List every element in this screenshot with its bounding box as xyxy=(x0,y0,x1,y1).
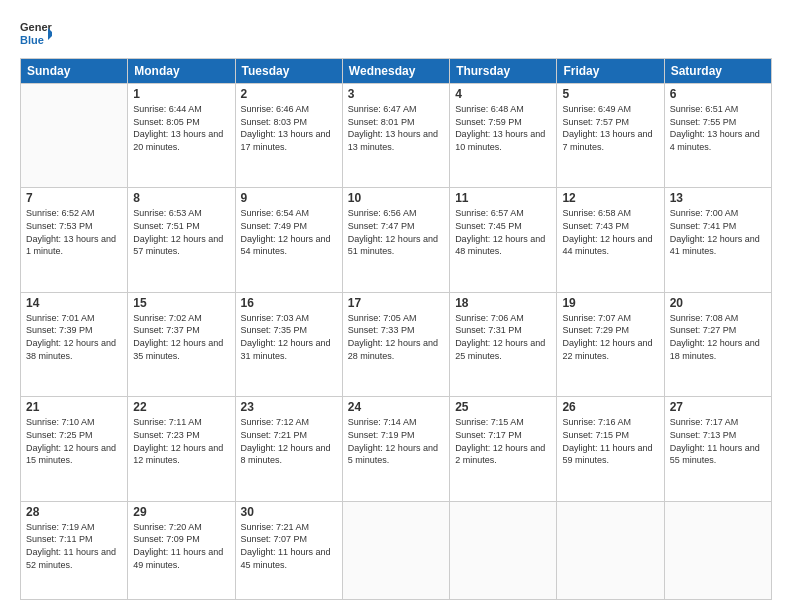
day-number: 12 xyxy=(562,191,658,205)
day-number: 9 xyxy=(241,191,337,205)
weekday-header: Monday xyxy=(128,59,235,84)
day-info: Sunrise: 7:20 AMSunset: 7:09 PMDaylight:… xyxy=(133,521,229,571)
day-info: Sunrise: 6:58 AMSunset: 7:43 PMDaylight:… xyxy=(562,207,658,257)
day-number: 14 xyxy=(26,296,122,310)
calendar-cell: 11Sunrise: 6:57 AMSunset: 7:45 PMDayligh… xyxy=(450,188,557,292)
calendar-week-row: 7Sunrise: 6:52 AMSunset: 7:53 PMDaylight… xyxy=(21,188,772,292)
day-number: 23 xyxy=(241,400,337,414)
weekday-header: Tuesday xyxy=(235,59,342,84)
day-number: 24 xyxy=(348,400,444,414)
calendar-cell: 27Sunrise: 7:17 AMSunset: 7:13 PMDayligh… xyxy=(664,397,771,501)
calendar-cell: 29Sunrise: 7:20 AMSunset: 7:09 PMDayligh… xyxy=(128,501,235,599)
day-info: Sunrise: 7:15 AMSunset: 7:17 PMDaylight:… xyxy=(455,416,551,466)
day-number: 11 xyxy=(455,191,551,205)
day-info: Sunrise: 7:19 AMSunset: 7:11 PMDaylight:… xyxy=(26,521,122,571)
header: General Blue xyxy=(20,18,772,50)
calendar-cell xyxy=(21,84,128,188)
day-number: 27 xyxy=(670,400,766,414)
day-number: 2 xyxy=(241,87,337,101)
calendar-cell: 7Sunrise: 6:52 AMSunset: 7:53 PMDaylight… xyxy=(21,188,128,292)
day-number: 6 xyxy=(670,87,766,101)
weekday-header: Saturday xyxy=(664,59,771,84)
calendar-cell: 30Sunrise: 7:21 AMSunset: 7:07 PMDayligh… xyxy=(235,501,342,599)
calendar-cell xyxy=(342,501,449,599)
weekday-header: Thursday xyxy=(450,59,557,84)
calendar-week-row: 14Sunrise: 7:01 AMSunset: 7:39 PMDayligh… xyxy=(21,292,772,396)
day-number: 8 xyxy=(133,191,229,205)
day-info: Sunrise: 6:48 AMSunset: 7:59 PMDaylight:… xyxy=(455,103,551,153)
day-info: Sunrise: 7:17 AMSunset: 7:13 PMDaylight:… xyxy=(670,416,766,466)
calendar-cell: 3Sunrise: 6:47 AMSunset: 8:01 PMDaylight… xyxy=(342,84,449,188)
day-info: Sunrise: 6:47 AMSunset: 8:01 PMDaylight:… xyxy=(348,103,444,153)
day-info: Sunrise: 6:46 AMSunset: 8:03 PMDaylight:… xyxy=(241,103,337,153)
calendar-page: General Blue SundayMondayTuesdayWednesda… xyxy=(0,0,792,612)
day-info: Sunrise: 7:08 AMSunset: 7:27 PMDaylight:… xyxy=(670,312,766,362)
day-info: Sunrise: 7:12 AMSunset: 7:21 PMDaylight:… xyxy=(241,416,337,466)
calendar-cell: 19Sunrise: 7:07 AMSunset: 7:29 PMDayligh… xyxy=(557,292,664,396)
day-number: 15 xyxy=(133,296,229,310)
day-info: Sunrise: 6:49 AMSunset: 7:57 PMDaylight:… xyxy=(562,103,658,153)
calendar-cell: 8Sunrise: 6:53 AMSunset: 7:51 PMDaylight… xyxy=(128,188,235,292)
calendar-cell: 28Sunrise: 7:19 AMSunset: 7:11 PMDayligh… xyxy=(21,501,128,599)
day-info: Sunrise: 7:00 AMSunset: 7:41 PMDaylight:… xyxy=(670,207,766,257)
calendar-cell: 17Sunrise: 7:05 AMSunset: 7:33 PMDayligh… xyxy=(342,292,449,396)
day-number: 22 xyxy=(133,400,229,414)
calendar-cell xyxy=(557,501,664,599)
calendar-header-row: SundayMondayTuesdayWednesdayThursdayFrid… xyxy=(21,59,772,84)
calendar-cell: 25Sunrise: 7:15 AMSunset: 7:17 PMDayligh… xyxy=(450,397,557,501)
calendar-cell: 26Sunrise: 7:16 AMSunset: 7:15 PMDayligh… xyxy=(557,397,664,501)
day-info: Sunrise: 6:51 AMSunset: 7:55 PMDaylight:… xyxy=(670,103,766,153)
calendar-cell: 12Sunrise: 6:58 AMSunset: 7:43 PMDayligh… xyxy=(557,188,664,292)
calendar-week-row: 28Sunrise: 7:19 AMSunset: 7:11 PMDayligh… xyxy=(21,501,772,599)
calendar-cell: 14Sunrise: 7:01 AMSunset: 7:39 PMDayligh… xyxy=(21,292,128,396)
calendar-cell: 24Sunrise: 7:14 AMSunset: 7:19 PMDayligh… xyxy=(342,397,449,501)
day-number: 18 xyxy=(455,296,551,310)
day-info: Sunrise: 7:21 AMSunset: 7:07 PMDaylight:… xyxy=(241,521,337,571)
day-info: Sunrise: 7:05 AMSunset: 7:33 PMDaylight:… xyxy=(348,312,444,362)
day-info: Sunrise: 6:44 AMSunset: 8:05 PMDaylight:… xyxy=(133,103,229,153)
calendar-cell: 9Sunrise: 6:54 AMSunset: 7:49 PMDaylight… xyxy=(235,188,342,292)
day-info: Sunrise: 7:14 AMSunset: 7:19 PMDaylight:… xyxy=(348,416,444,466)
weekday-header: Friday xyxy=(557,59,664,84)
day-number: 19 xyxy=(562,296,658,310)
day-number: 20 xyxy=(670,296,766,310)
calendar-cell xyxy=(664,501,771,599)
calendar-cell: 5Sunrise: 6:49 AMSunset: 7:57 PMDaylight… xyxy=(557,84,664,188)
day-number: 28 xyxy=(26,505,122,519)
calendar-cell: 15Sunrise: 7:02 AMSunset: 7:37 PMDayligh… xyxy=(128,292,235,396)
day-info: Sunrise: 7:03 AMSunset: 7:35 PMDaylight:… xyxy=(241,312,337,362)
weekday-header: Sunday xyxy=(21,59,128,84)
day-info: Sunrise: 6:53 AMSunset: 7:51 PMDaylight:… xyxy=(133,207,229,257)
day-number: 7 xyxy=(26,191,122,205)
calendar-cell: 22Sunrise: 7:11 AMSunset: 7:23 PMDayligh… xyxy=(128,397,235,501)
day-info: Sunrise: 6:52 AMSunset: 7:53 PMDaylight:… xyxy=(26,207,122,257)
logo: General Blue xyxy=(20,18,52,50)
calendar-cell: 18Sunrise: 7:06 AMSunset: 7:31 PMDayligh… xyxy=(450,292,557,396)
day-info: Sunrise: 7:16 AMSunset: 7:15 PMDaylight:… xyxy=(562,416,658,466)
day-number: 1 xyxy=(133,87,229,101)
day-number: 16 xyxy=(241,296,337,310)
svg-text:Blue: Blue xyxy=(20,34,44,46)
day-number: 17 xyxy=(348,296,444,310)
day-number: 10 xyxy=(348,191,444,205)
day-info: Sunrise: 7:06 AMSunset: 7:31 PMDaylight:… xyxy=(455,312,551,362)
logo-svg: General Blue xyxy=(20,18,52,50)
day-info: Sunrise: 6:56 AMSunset: 7:47 PMDaylight:… xyxy=(348,207,444,257)
svg-text:General: General xyxy=(20,21,52,33)
day-info: Sunrise: 7:02 AMSunset: 7:37 PMDaylight:… xyxy=(133,312,229,362)
day-info: Sunrise: 6:54 AMSunset: 7:49 PMDaylight:… xyxy=(241,207,337,257)
calendar-cell: 4Sunrise: 6:48 AMSunset: 7:59 PMDaylight… xyxy=(450,84,557,188)
calendar-week-row: 1Sunrise: 6:44 AMSunset: 8:05 PMDaylight… xyxy=(21,84,772,188)
day-info: Sunrise: 7:11 AMSunset: 7:23 PMDaylight:… xyxy=(133,416,229,466)
day-number: 30 xyxy=(241,505,337,519)
calendar-cell: 10Sunrise: 6:56 AMSunset: 7:47 PMDayligh… xyxy=(342,188,449,292)
calendar-week-row: 21Sunrise: 7:10 AMSunset: 7:25 PMDayligh… xyxy=(21,397,772,501)
day-info: Sunrise: 7:07 AMSunset: 7:29 PMDaylight:… xyxy=(562,312,658,362)
calendar-cell xyxy=(450,501,557,599)
day-info: Sunrise: 7:01 AMSunset: 7:39 PMDaylight:… xyxy=(26,312,122,362)
calendar-cell: 2Sunrise: 6:46 AMSunset: 8:03 PMDaylight… xyxy=(235,84,342,188)
calendar-cell: 13Sunrise: 7:00 AMSunset: 7:41 PMDayligh… xyxy=(664,188,771,292)
day-number: 29 xyxy=(133,505,229,519)
calendar-cell: 23Sunrise: 7:12 AMSunset: 7:21 PMDayligh… xyxy=(235,397,342,501)
day-number: 5 xyxy=(562,87,658,101)
